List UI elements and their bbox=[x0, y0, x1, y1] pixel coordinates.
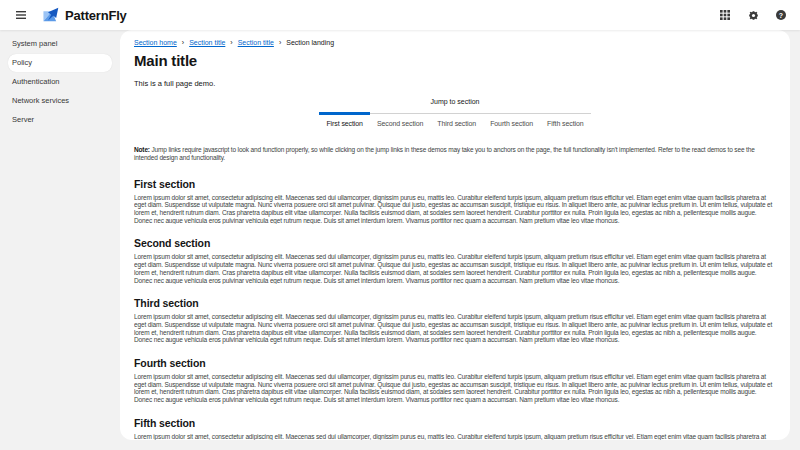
page-title: Main title bbox=[134, 53, 776, 69]
sidebar-item-server[interactable]: Server bbox=[8, 111, 112, 129]
masthead-actions: ? bbox=[718, 8, 788, 22]
section-heading: Fourth section bbox=[134, 357, 776, 369]
section-heading: Third section bbox=[134, 297, 776, 309]
jump-links-panel: Jump to section First section Second sec… bbox=[134, 97, 776, 130]
main-content: Section home › Section title › Section t… bbox=[120, 30, 800, 450]
sidebar-item-system-panel[interactable]: System panel bbox=[8, 35, 112, 53]
section-first: First section Lorem ipsum dolor sit amet… bbox=[134, 178, 776, 225]
sidebar-item-policy[interactable]: Policy bbox=[8, 54, 112, 72]
apps-grid-icon[interactable] bbox=[718, 8, 732, 22]
jump-links-tabs: First section Second section Third secti… bbox=[319, 113, 590, 130]
section-body: Lorem ipsum dolor sit amet, consectetur … bbox=[134, 253, 776, 284]
section-body: Lorem ipsum dolor sit amet, consectetur … bbox=[134, 313, 776, 344]
section-heading: Fifth section bbox=[134, 417, 776, 429]
jump-link-second-section[interactable]: Second section bbox=[370, 114, 430, 130]
breadcrumb-current: Section landing bbox=[286, 38, 334, 47]
section-second: Second section Lorem ipsum dolor sit ame… bbox=[134, 237, 776, 284]
sidebar-nav: System panel Policy Authentication Netwo… bbox=[0, 30, 120, 450]
section-fifth: Fifth section Lorem ipsum dolor sit amet… bbox=[134, 417, 776, 440]
section-body: Lorem ipsum dolor sit amet, consectetur … bbox=[134, 433, 776, 440]
content-card: Section home › Section title › Section t… bbox=[120, 30, 790, 440]
patternfly-logo-icon bbox=[42, 7, 59, 24]
jump-link-first-section[interactable]: First section bbox=[319, 114, 369, 130]
breadcrumb-link[interactable]: Section title bbox=[189, 38, 225, 47]
section-body: Lorem ipsum dolor sit amet, consectetur … bbox=[134, 373, 776, 404]
section-heading: Second section bbox=[134, 237, 776, 249]
sidebar-item-authentication[interactable]: Authentication bbox=[8, 73, 112, 91]
sidebar-item-network-services[interactable]: Network services bbox=[8, 92, 112, 110]
breadcrumb-link[interactable]: Section title bbox=[238, 38, 274, 47]
help-question-icon[interactable]: ? bbox=[774, 8, 788, 22]
section-third: Third section Lorem ipsum dolor sit amet… bbox=[134, 297, 776, 344]
hamburger-icon[interactable] bbox=[10, 4, 32, 26]
settings-gear-icon[interactable] bbox=[746, 8, 760, 22]
chevron-right-icon: › bbox=[230, 38, 232, 47]
breadcrumb-link[interactable]: Section home bbox=[134, 38, 177, 47]
jump-link-fourth-section[interactable]: Fourth section bbox=[483, 114, 540, 130]
section-heading: First section bbox=[134, 178, 776, 190]
note-prefix: Note: bbox=[134, 146, 150, 153]
note-text: Note: Jump links require javascript to l… bbox=[134, 146, 776, 162]
jump-links-label: Jump to section bbox=[134, 97, 776, 106]
section-fourth: Fourth section Lorem ipsum dolor sit ame… bbox=[134, 357, 776, 404]
page-subtitle: This is a full page demo. bbox=[134, 79, 776, 88]
chevron-right-icon: › bbox=[182, 38, 184, 47]
jump-link-fifth-section[interactable]: Fifth section bbox=[540, 114, 590, 130]
chevron-right-icon: › bbox=[279, 38, 281, 47]
masthead: PatternFly ? bbox=[0, 0, 800, 30]
breadcrumb: Section home › Section title › Section t… bbox=[134, 38, 776, 47]
jump-link-third-section[interactable]: Third section bbox=[430, 114, 483, 130]
brand-name: PatternFly bbox=[65, 8, 127, 23]
section-body: Lorem ipsum dolor sit amet, consectetur … bbox=[134, 194, 776, 225]
brand[interactable]: PatternFly bbox=[42, 7, 127, 24]
